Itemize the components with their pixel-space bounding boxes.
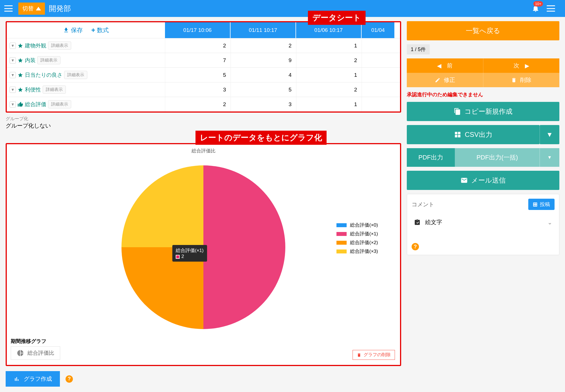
detail-button[interactable]: 詳細表示 [48,41,71,50]
comment-panel: コメント ⊞ 投稿 絵文字 ⌄ ? [407,194,559,255]
table-row: ▾ 建物外観 詳細表示 221 [7,38,400,53]
chart-area: 総合評価比 総合評価(×1) 2 総合評価(×0)総合評価(×1)総合評価(×2… [6,143,401,366]
row-expand-icon[interactable]: ▾ [10,87,16,93]
comment-title: コメント [412,201,434,208]
bar-chart-icon [14,376,20,382]
data-cell[interactable]: 1 [296,68,362,82]
data-cell[interactable] [362,82,394,97]
copy-icon [454,108,461,115]
table-row: ▾ 内装 詳細表示 792 [7,53,400,67]
star-icon [18,87,23,93]
prev-button[interactable]: ◀ 前 [407,58,483,73]
thumb-icon [18,102,23,107]
next-button[interactable]: 次 ▶ [483,58,560,73]
data-cell[interactable]: 2 [296,53,362,67]
copy-new-button[interactable]: コピー新規作成 [407,102,559,121]
legend-swatch-icon [336,223,347,227]
emoji-row[interactable]: 絵文字 ⌄ [412,216,555,229]
back-to-list-button[interactable]: 一覧へ戻る [407,21,559,40]
chart-title: 総合評価比 [12,148,395,154]
data-cell[interactable]: 2 [165,97,231,111]
detail-button[interactable]: 詳細表示 [64,71,87,79]
data-cell[interactable]: 1 [296,38,362,53]
switch-button[interactable]: 切替 [18,3,45,15]
date-header[interactable]: 01/11 10:17 [231,22,296,38]
row-name: 総合評価 [25,101,46,108]
chart-delete-button[interactable]: グラフの削除 [353,350,395,360]
sheet-tools: 保存 + 数式 [7,22,165,38]
pdf-dropdown[interactable]: ▼ [540,148,559,167]
data-cell[interactable]: 9 [231,53,296,67]
data-cell[interactable] [362,68,394,82]
trash-icon [357,353,361,357]
pie-chart-icon [17,349,24,357]
data-cell[interactable] [362,53,394,67]
data-cell[interactable]: 2 [231,38,296,53]
tooltip-swatch-icon [176,255,180,259]
detail-button[interactable]: 詳細表示 [48,100,71,108]
data-cell[interactable]: 5 [165,68,231,82]
notification-badge: 10+ [533,1,543,6]
date-header[interactable]: 01/17 10:06 [165,22,231,38]
pdf-export-button[interactable]: PDF出力 [407,148,455,167]
legend-swatch-icon [336,232,347,236]
right-menu-icon[interactable] [547,5,555,12]
save-button[interactable]: 保存 [63,26,83,34]
table-row: ▾ 日当たりの良さ 詳細表示 541 [7,67,400,82]
data-cell[interactable]: 7 [165,53,231,67]
detail-button[interactable]: 詳細表示 [37,56,60,64]
chevron-down-icon: ▼ [547,155,552,160]
formula-button[interactable]: + 数式 [91,26,109,34]
data-cell[interactable] [362,97,394,111]
plus-box-icon: ⊞ [533,201,538,208]
data-cell[interactable]: 3 [231,97,296,111]
grouping-value[interactable]: グループ化しない [6,122,401,130]
triangle-up-icon [36,7,41,10]
help-icon[interactable]: ? [412,243,419,250]
legend-item[interactable]: 総合評価(×0) [336,222,378,228]
data-cell[interactable]: 2 [296,82,362,97]
lock-warning: 承認進行中のため編集できません [407,91,559,98]
grid-icon [454,131,461,138]
row-expand-icon[interactable]: ▾ [10,57,16,63]
grouping-section: グループ化 グループ化しない [6,116,401,130]
date-header[interactable]: 01/04 [362,22,394,38]
csv-export-button[interactable]: CSV出力 [407,125,540,144]
row-name: 利便性 [25,86,41,93]
table-row: ▾ 総合評価 詳細表示 231 [7,97,400,111]
table-row: ▾ 利便性 詳細表示 352 [7,82,400,97]
mail-send-button[interactable]: メール送信 [407,171,559,190]
bell-icon[interactable]: 10+ [532,5,540,12]
chart-legend: 総合評価(×0)総合評価(×1)総合評価(×2)総合評価(×3) [336,222,378,257]
clipboard-icon [414,219,421,226]
help-icon[interactable]: ? [66,375,73,383]
row-expand-icon[interactable]: ▾ [10,72,16,78]
download-icon [63,27,69,33]
row-name: 建物外観 [25,42,46,49]
menu-icon[interactable] [4,5,13,12]
post-comment-button[interactable]: ⊞ 投稿 [528,199,555,210]
detail-button[interactable]: 詳細表示 [43,86,66,94]
period-chart-button[interactable]: 総合評価比 [11,346,60,360]
legend-item[interactable]: 総合評価(×1) [336,231,378,237]
data-cell[interactable]: 4 [231,68,296,82]
edit-button[interactable]: 修正 [407,73,483,87]
pencil-icon [435,77,440,83]
csv-dropdown[interactable]: ▼ [540,125,559,144]
data-cell[interactable] [362,38,394,53]
data-cell[interactable]: 2 [165,38,231,53]
data-cell[interactable]: 5 [231,82,296,97]
legend-swatch-icon [336,241,347,245]
chart-create-button[interactable]: グラフ作成 [6,371,60,387]
row-expand-icon[interactable]: ▾ [10,43,16,49]
trash-icon [511,77,517,83]
legend-item[interactable]: 総合評価(×3) [336,248,378,255]
row-expand-icon[interactable]: ▾ [10,101,16,108]
annotation-datasheet: データシート [308,11,366,25]
legend-item[interactable]: 総合評価(×2) [336,239,378,246]
delete-button[interactable]: 削除 [483,73,560,87]
pdf-bulk-export-button[interactable]: PDF出力(一括) [455,148,540,167]
data-cell[interactable]: 1 [296,97,362,111]
data-cell[interactable]: 3 [165,82,231,97]
star-icon [18,58,23,63]
